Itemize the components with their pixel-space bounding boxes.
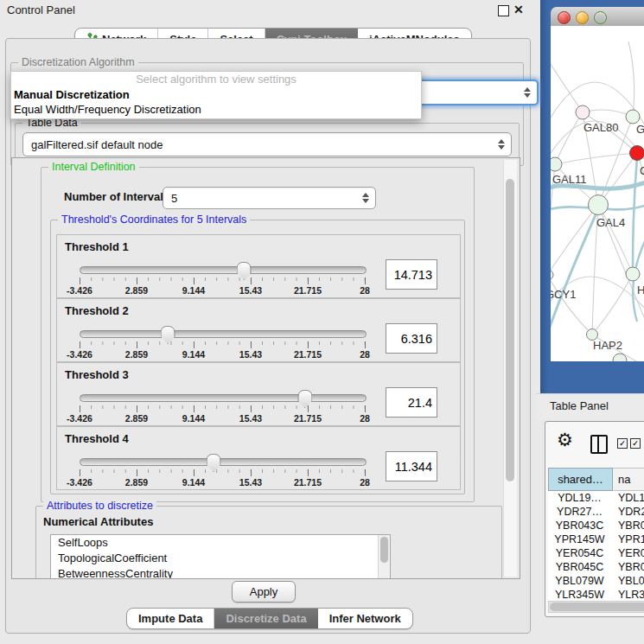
numerical-attributes-label: Numerical Attributes — [43, 515, 153, 528]
table-row[interactable]: YBL079WYBL0 — [548, 574, 644, 588]
control-panel-title: Control Panel — [7, 3, 75, 16]
number-of-intervals-combobox[interactable]: 5 — [163, 187, 376, 209]
settings-scrollbar[interactable] — [503, 160, 517, 577]
interval-definition-group: Interval Definition Number of Intervals … — [41, 167, 475, 502]
checkbox-icon[interactable]: ✓ — [617, 438, 628, 449]
svg-text:HAP2: HAP2 — [593, 339, 622, 352]
node-g[interactable] — [626, 110, 640, 124]
threshold-4-value-field[interactable] — [386, 451, 437, 481]
combo-arrows-icon — [524, 87, 531, 98]
node-gcy1[interactable] — [551, 270, 553, 280]
thresholds-group: Threshold's Coordinates for 5 Intervals … — [50, 220, 465, 494]
tab-discretize-data[interactable]: Discretize Data — [214, 609, 317, 628]
close-traffic-light[interactable] — [558, 11, 571, 24]
minimize-traffic-light[interactable] — [576, 11, 589, 24]
node-selected-red[interactable] — [630, 146, 644, 161]
table-row[interactable]: YDL19…YDL1 — [548, 491, 644, 505]
network-view[interactable]: GAL80 G GAL11 C GAL4 GCY1 H HAP2 — [551, 26, 644, 361]
threshold-2-value-field[interactable] — [386, 323, 437, 354]
threshold-3-slider[interactable]: -3.426 2.859 9.144 15.43 21.715 28 — [80, 394, 365, 424]
table-row[interactable]: YDR27…YDR2 — [548, 505, 644, 519]
svg-text:GAL4: GAL4 — [596, 216, 625, 229]
tab-infer-network[interactable]: Infer Network — [318, 609, 412, 628]
table-rows: YDL19…YDL1 YDR27…YDR2 YBR043CYBR0 YPR145… — [548, 491, 644, 601]
table-horizontal-scrollbar[interactable] — [548, 601, 644, 613]
column-header-shared-name[interactable]: shared… — [548, 468, 613, 491]
scrollbar-thumb[interactable] — [506, 179, 514, 481]
combo-arrows-icon — [498, 139, 505, 150]
table-row[interactable]: YER054CYER0 — [548, 546, 644, 560]
table-data-combobox[interactable]: galFiltered.sif default node — [22, 132, 512, 156]
screen: Control Panel ✕ Network Style Select Cyn… — [0, 0, 644, 644]
dropdown-option-equal-width[interactable]: Equal Width/Frequency Discretization — [11, 102, 421, 117]
table-window: ⚙ ✓ ✓ shared… na YDL19…YDL1 YDR27…YDR2 Y… — [545, 421, 644, 617]
list-item[interactable]: BetweennessCentrality — [51, 566, 390, 579]
list-item[interactable]: TopologicalCoefficient — [51, 551, 390, 566]
node-h[interactable] — [626, 267, 640, 281]
float-window-icon[interactable] — [498, 5, 509, 16]
threshold-3-panel: Threshold 3 -3.426 2.859 9.144 15.43 21.… — [56, 362, 461, 426]
close-icon[interactable]: ✕ — [513, 3, 524, 16]
slider-track[interactable] — [80, 330, 367, 338]
list-scrollbar[interactable] — [378, 535, 390, 579]
table-row[interactable]: YPR145WYPR1 — [548, 532, 644, 546]
combo-arrows-icon — [362, 193, 369, 203]
zoom-traffic-light[interactable] — [594, 11, 607, 24]
numerical-attributes-list: SelfLoops TopologicalCoefficient Between… — [50, 534, 391, 579]
node-gal11[interactable] — [551, 157, 562, 171]
number-of-intervals-label: Number of Intervals — [64, 190, 169, 203]
network-window-titlebar[interactable] — [551, 7, 644, 27]
dropdown-prompt: Select algorithm to view settings — [11, 72, 421, 87]
table-header: shared… na — [548, 468, 644, 491]
slider-track[interactable] — [80, 394, 367, 402]
node-gal4[interactable] — [589, 195, 609, 215]
gear-icon[interactable]: ⚙ — [557, 430, 573, 450]
table-toolbar: ⚙ ✓ ✓ — [545, 422, 644, 465]
threshold-4-slider[interactable]: -3.426 2.859 9.144 15.43 21.715 28 — [80, 458, 365, 488]
svg-text:GAL80: GAL80 — [583, 121, 618, 134]
table-row[interactable]: YBR043CYBR0 — [548, 519, 644, 532]
algorithm-dropdown-popup: Select algorithm to view settings Manual… — [10, 71, 422, 119]
threshold-2-slider[interactable]: -3.426 2.859 9.144 15.43 21.715 28 — [80, 330, 365, 360]
threshold-1-slider[interactable]: -3.426 2.859 9.144 15.43 21.715 28 — [80, 266, 365, 296]
list-item[interactable]: SelfLoops — [51, 535, 390, 551]
threshold-1-panel: Threshold 1 -3.426 2.859 9.144 15.43 21.… — [56, 234, 461, 298]
threshold-2-panel: Threshold 2 -3.426 2.859 9.144 15.43 21.… — [56, 298, 461, 362]
threshold-1-value-field[interactable] — [386, 259, 437, 290]
column-header-name[interactable]: na — [613, 468, 644, 491]
table-panel-title: Table Panel — [550, 399, 609, 412]
svg-text:GAL11: GAL11 — [552, 173, 587, 186]
slider-track[interactable] — [80, 266, 367, 274]
dropdown-option-manual[interactable]: Manual Discretization — [11, 87, 421, 102]
attributes-group: Attributes to discretize Numerical Attri… — [35, 506, 502, 579]
tab-impute-data[interactable]: Impute Data — [127, 609, 214, 628]
slider-track[interactable] — [80, 458, 367, 466]
table-row[interactable]: YLR345WYLR3 — [548, 588, 644, 601]
settings-scroll-panel: Interval Definition Number of Intervals … — [11, 157, 520, 579]
svg-text:C: C — [640, 164, 644, 177]
svg-text:G: G — [636, 123, 644, 136]
table-row[interactable]: YBR045CYBR0 — [548, 560, 644, 574]
svg-text:H: H — [637, 284, 644, 296]
node-gal80[interactable] — [576, 105, 590, 119]
threshold-3-value-field[interactable] — [386, 387, 437, 418]
scrollbar-thumb[interactable] — [550, 603, 644, 611]
threshold-4-panel: Threshold 4 -3.426 2.859 9.144 15.43 21.… — [56, 426, 461, 490]
columns-icon[interactable] — [590, 435, 608, 454]
bottom-tabbar: Impute Data Discretize Data Infer Networ… — [126, 608, 413, 629]
checkbox-icon[interactable]: ✓ — [630, 438, 641, 449]
svg-text:GCY1: GCY1 — [551, 288, 576, 301]
apply-button[interactable]: Apply — [232, 581, 296, 603]
